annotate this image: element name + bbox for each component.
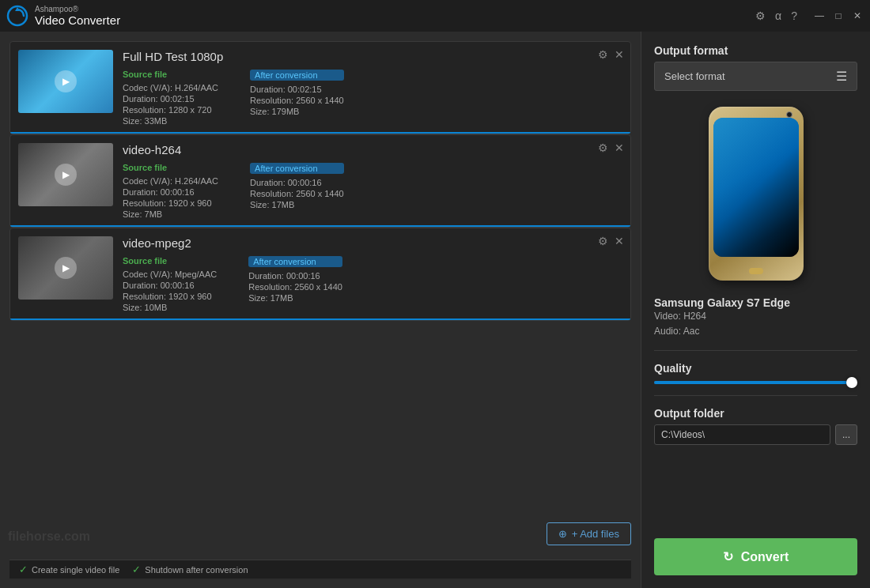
folder-browse-button[interactable]: ... (835, 424, 857, 445)
video-title: Full HD Test 1080p (123, 50, 622, 63)
video-info: video-mpeg2 Source file Codec (V/A): Mpe… (123, 236, 622, 312)
card-settings-icon[interactable]: ⚙ (598, 141, 608, 154)
quality-title: Quality (654, 362, 857, 375)
info-columns: Source file Codec (V/A): Mpeg/AAC Durati… (123, 256, 622, 312)
source-size: Size: 7MB (123, 209, 218, 219)
after-duration: Duration: 00:00:16 (248, 271, 342, 281)
card-close-icon[interactable]: ✕ (615, 48, 624, 61)
add-files-button[interactable]: ⊕ + Add files (547, 522, 631, 545)
source-duration: Duration: 00:00:16 (123, 281, 217, 290)
source-label: Source file (123, 163, 218, 172)
bottom-bar: ⊕ + Add files (9, 516, 631, 552)
play-button[interactable]: ▶ (55, 70, 77, 92)
source-codec: Codec (V/A): H.264/AAC (123, 83, 218, 92)
video-list: ▶ Full HD Test 1080p Source file Codec (… (9, 41, 631, 321)
phone-screen (713, 118, 799, 257)
card-settings-icon[interactable]: ⚙ (598, 48, 608, 61)
single-video-label: Create single video file (32, 565, 119, 575)
output-format-section: Output format Select format ☰ (654, 44, 857, 91)
device-audio: Audio: Aac (654, 324, 857, 339)
titlebar-controls: ⚙ α ? — □ ✕ (755, 9, 864, 22)
app-logo-icon (6, 5, 28, 27)
format-selector-label: Select format (664, 70, 725, 82)
convert-icon: ↻ (723, 549, 733, 564)
info-columns: Source file Codec (V/A): H.264/AAC Durat… (123, 70, 622, 126)
help-icon[interactable]: ? (791, 9, 797, 22)
video-thumbnail: ▶ (18, 50, 113, 113)
device-info-section: Samsung Galaxy S7 Edge Video: H264 Audio… (654, 296, 857, 339)
menu-icon: ☰ (836, 69, 847, 84)
output-folder-title: Output folder (654, 407, 857, 420)
quality-slider-track (654, 381, 857, 384)
after-duration: Duration: 00:00:16 (250, 178, 344, 187)
folder-input[interactable] (654, 424, 830, 445)
convert-label: Convert (741, 550, 789, 564)
after-col: After conversion Duration: 00:00:16 Reso… (248, 256, 342, 312)
quality-knob[interactable] (846, 377, 857, 388)
app-brand: Ashampoo® (35, 5, 120, 13)
card-actions: ⚙ ✕ (598, 141, 624, 154)
single-video-status: ✓ Create single video file (19, 564, 119, 575)
check-icon: ✓ (19, 564, 28, 575)
shutdown-status: ✓ Shutdown after conversion (132, 564, 248, 575)
source-codec: Codec (V/A): Mpeg/AAC (123, 270, 217, 279)
quality-section: Quality (654, 362, 857, 384)
device-video: Video: H264 (654, 309, 857, 324)
source-label: Source file (123, 70, 218, 79)
phone-camera (786, 111, 792, 118)
info-icon[interactable]: α (775, 9, 781, 22)
source-resolution: Resolution: 1920 x 960 (123, 292, 217, 301)
spacer (9, 329, 631, 508)
video-info: video-h264 Source file Codec (V/A): H.26… (123, 143, 622, 219)
check-icon-2: ✓ (132, 564, 141, 575)
card-settings-icon[interactable]: ⚙ (598, 235, 608, 247)
source-col: Source file Codec (V/A): H.264/AAC Durat… (123, 163, 218, 219)
video-card: ▶ video-h264 Source file Codec (V/A): H.… (9, 134, 631, 228)
divider-1 (654, 350, 857, 351)
video-info: Full HD Test 1080p Source file Codec (V/… (123, 50, 622, 126)
browse-label: ... (842, 429, 850, 440)
left-panel: ▶ Full HD Test 1080p Source file Codec (… (0, 32, 641, 588)
after-col: After conversion Duration: 00:00:16 Reso… (250, 163, 344, 219)
after-resolution: Resolution: 2560 x 1440 (250, 96, 344, 105)
source-duration: Duration: 00:00:16 (123, 187, 218, 197)
phone-home-btn (749, 268, 763, 274)
convert-button[interactable]: ↻ Convert (654, 538, 857, 575)
after-size: Size: 17MB (250, 200, 344, 209)
source-resolution: Resolution: 1920 x 960 (123, 198, 218, 208)
close-button[interactable]: ✕ (851, 9, 864, 22)
phone-preview (654, 100, 857, 287)
main-layout: ▶ Full HD Test 1080p Source file Codec (… (0, 32, 870, 588)
card-close-icon[interactable]: ✕ (615, 141, 624, 154)
video-card: ▶ Full HD Test 1080p Source file Codec (… (9, 41, 631, 134)
settings-icon[interactable]: ⚙ (755, 9, 766, 22)
divider-2 (654, 395, 857, 396)
after-size: Size: 17MB (248, 293, 342, 303)
video-title: video-h264 (123, 143, 622, 156)
shutdown-label: Shutdown after conversion (145, 565, 248, 575)
window-controls: — □ ✕ (813, 9, 864, 22)
maximize-button[interactable]: □ (832, 9, 845, 22)
quality-slider-container[interactable] (654, 381, 857, 384)
source-duration: Duration: 00:02:15 (123, 94, 218, 104)
phone-outer (709, 107, 804, 281)
after-duration: Duration: 00:02:15 (250, 85, 344, 94)
play-button[interactable]: ▶ (55, 164, 77, 186)
app-title: Video Converter (35, 13, 120, 28)
card-close-icon[interactable]: ✕ (615, 235, 624, 247)
play-button[interactable]: ▶ (55, 257, 77, 279)
titlebar-left: Ashampoo® Video Converter (6, 5, 120, 28)
after-label: After conversion (248, 256, 342, 267)
status-bar: ✓ Create single video file ✓ Shutdown af… (9, 560, 631, 579)
format-selector[interactable]: Select format ☰ (654, 62, 857, 91)
after-resolution: Resolution: 2560 x 1440 (248, 282, 342, 292)
video-title: video-mpeg2 (123, 236, 622, 250)
source-codec: Codec (V/A): H.264/AAC (123, 176, 218, 186)
right-spacer (654, 454, 857, 529)
app-title-block: Ashampoo® Video Converter (35, 5, 120, 28)
device-name: Samsung Galaxy S7 Edge (654, 296, 857, 309)
right-panel: Output format Select format ☰ Samsung Ga… (641, 32, 870, 588)
source-col: Source file Codec (V/A): Mpeg/AAC Durati… (123, 256, 217, 312)
minimize-button[interactable]: — (813, 9, 826, 22)
after-col: After conversion Duration: 00:02:15 Reso… (250, 70, 344, 126)
